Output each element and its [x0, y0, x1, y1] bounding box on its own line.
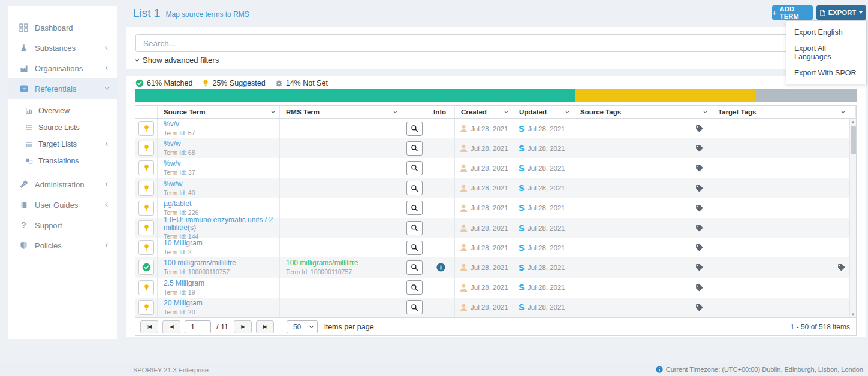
- scroll-down-icon[interactable]: ▼: [850, 313, 856, 316]
- sidebar-item-label: User Guides: [35, 201, 106, 210]
- search-term-button[interactable]: [406, 141, 423, 156]
- scrollbar-thumb[interactable]: [851, 126, 856, 154]
- sidebar-item-policies[interactable]: Policies: [8, 235, 117, 256]
- sidebar-item-target-lists[interactable]: Target Lists: [8, 136, 117, 153]
- source-term-link[interactable]: 10 Milligram: [164, 239, 203, 247]
- source-term-link[interactable]: %v/w: [164, 140, 181, 148]
- app-version-label: SPORIFY 21.3 Enterprise: [133, 366, 209, 374]
- status-button[interactable]: [138, 300, 154, 315]
- search-term-button[interactable]: [406, 122, 423, 136]
- table-row: 100 milligrams/millilitreTerm Id: 100000…: [135, 257, 856, 277]
- menu-item-export-with-spor[interactable]: Export With SPOR: [786, 65, 866, 81]
- sidebar-item-organisations[interactable]: Organisations: [8, 58, 117, 78]
- page-number-input[interactable]: [185, 320, 211, 333]
- column-header-rms-term[interactable]: RMS Term: [280, 106, 402, 118]
- scroll-up-icon[interactable]: ▲: [850, 120, 856, 123]
- tag-icon: [837, 263, 845, 271]
- rms-term-cell: [280, 238, 402, 257]
- source-tags-cell[interactable]: [574, 158, 712, 178]
- source-tags-cell[interactable]: [574, 119, 712, 138]
- target-tags-cell[interactable]: [712, 298, 856, 317]
- status-button[interactable]: [138, 260, 154, 275]
- sidebar-item-source-lists[interactable]: Source Lists: [8, 119, 117, 136]
- created-date: Jul 28, 2021: [471, 184, 508, 192]
- last-page-button[interactable]: ▶|: [256, 320, 274, 333]
- lightbulb-icon: [143, 284, 150, 292]
- source-tags-cell[interactable]: [574, 257, 712, 277]
- column-header-source-tags[interactable]: Source Tags: [574, 106, 712, 118]
- target-tags-cell[interactable]: [712, 238, 856, 257]
- target-tags-cell[interactable]: [712, 138, 856, 158]
- search-term-button[interactable]: [406, 161, 423, 175]
- source-term-id: Term Id: 19: [164, 289, 195, 296]
- first-page-button[interactable]: |◀: [140, 320, 158, 333]
- created-cell: Jul 28, 2021: [455, 298, 513, 317]
- status-button[interactable]: [138, 121, 154, 136]
- sidebar-item-administration[interactable]: Administration: [8, 174, 117, 195]
- sidebar-item-overview[interactable]: Overview: [8, 102, 117, 119]
- avatar-icon: [459, 184, 468, 193]
- target-tags-cell[interactable]: [712, 158, 856, 178]
- source-tags-cell[interactable]: [574, 178, 712, 198]
- target-tags-cell[interactable]: [712, 278, 856, 298]
- search-term-button[interactable]: [406, 221, 423, 235]
- status-button[interactable]: [138, 220, 154, 235]
- search-term-button[interactable]: [406, 280, 423, 295]
- source-term-link[interactable]: %w/w: [164, 180, 182, 188]
- status-button[interactable]: [138, 240, 154, 255]
- source-term-link[interactable]: 1 IEU: immuno enzymatic units / 2 millil…: [164, 216, 279, 232]
- sidebar-item-translations[interactable]: Translations: [8, 153, 117, 169]
- target-tags-cell[interactable]: [712, 257, 856, 277]
- status-button[interactable]: [138, 201, 154, 216]
- source-tags-cell[interactable]: [574, 238, 712, 257]
- status-button[interactable]: [138, 141, 154, 156]
- search-term-button[interactable]: [406, 260, 423, 275]
- status-button[interactable]: [138, 160, 154, 175]
- sidebar-item-substances[interactable]: Substances: [8, 38, 117, 58]
- source-tags-cell[interactable]: [574, 138, 712, 158]
- sidebar-item-support[interactable]: ? Support: [8, 215, 117, 235]
- target-tags-cell[interactable]: [712, 178, 856, 198]
- column-header-source-term[interactable]: Source Term: [158, 106, 280, 118]
- column-header-created[interactable]: Created: [455, 106, 513, 118]
- search-term-button[interactable]: [406, 181, 423, 195]
- sidebar-item-dashboard[interactable]: Dashboard: [8, 17, 117, 38]
- source-tags-cell[interactable]: [574, 198, 712, 218]
- add-term-button[interactable]: + ADD TERM: [772, 5, 813, 20]
- show-advanced-filters-toggle[interactable]: Show advanced filters: [135, 56, 219, 65]
- search-input[interactable]: [135, 34, 857, 52]
- target-tags-cell[interactable]: [712, 119, 856, 138]
- source-term-link[interactable]: µg/tablet: [164, 200, 191, 208]
- source-tags-cell[interactable]: [574, 298, 712, 317]
- menu-item-export-english[interactable]: Export English: [786, 24, 866, 40]
- source-term-link[interactable]: 100 milligrams/millilitre: [164, 259, 236, 267]
- filters-card: Show advanced filters: [126, 27, 866, 69]
- wrench-icon: [19, 180, 29, 189]
- source-tags-cell[interactable]: [574, 218, 712, 238]
- prev-page-button[interactable]: ◀: [162, 320, 180, 333]
- source-term-link[interactable]: %v/v: [164, 120, 179, 128]
- search-term-button[interactable]: [406, 201, 423, 215]
- sidebar-item-label: Support: [35, 221, 108, 230]
- search-term-button[interactable]: [406, 241, 423, 255]
- chevron-down-icon: [565, 109, 569, 113]
- source-term-link[interactable]: %w/v: [164, 160, 181, 168]
- sidebar-item-user-guides[interactable]: User Guides: [8, 195, 117, 215]
- source-term-link[interactable]: 20 Milligram: [164, 299, 203, 307]
- search-term-button[interactable]: [406, 300, 423, 314]
- column-header-target-tags[interactable]: Target Tags: [712, 106, 856, 118]
- status-button[interactable]: [138, 181, 154, 196]
- vertical-scrollbar[interactable]: ▲ ▼: [849, 119, 856, 317]
- next-page-button[interactable]: ▶: [234, 320, 252, 333]
- column-header-updated[interactable]: Updated: [513, 106, 574, 118]
- source-term-link[interactable]: 2.5 Milligram: [164, 280, 204, 287]
- rms-term-link[interactable]: 100 milligrams/millilitre: [286, 259, 358, 267]
- export-button[interactable]: EXPORT: [816, 5, 866, 20]
- page-size-select[interactable]: 50: [287, 320, 318, 333]
- menu-item-export-all-languages[interactable]: Export All Languages: [786, 40, 866, 65]
- target-tags-cell[interactable]: [712, 198, 856, 218]
- target-tags-cell[interactable]: [712, 218, 856, 238]
- status-button[interactable]: [138, 280, 154, 295]
- source-tags-cell[interactable]: [574, 278, 712, 298]
- sidebar-item-referentials[interactable]: Referentials: [8, 78, 117, 99]
